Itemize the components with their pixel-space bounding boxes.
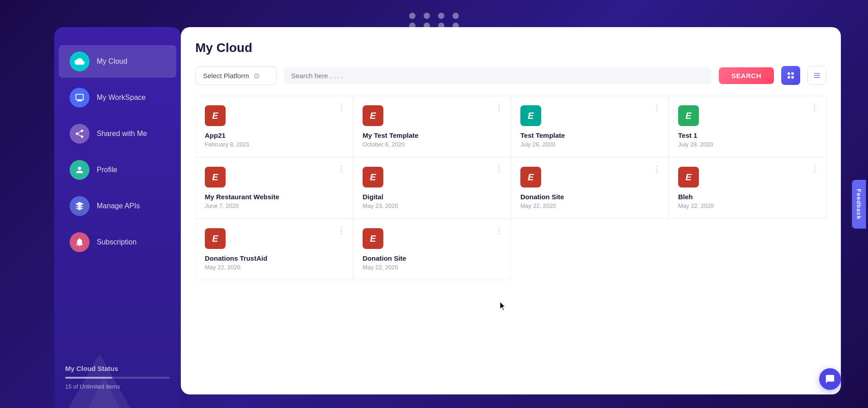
card-title: Donation Site	[520, 193, 659, 201]
card-date: February 8, 2021	[205, 141, 344, 148]
sidebar-item-my-cloud-label: My Cloud	[97, 57, 127, 66]
card-icon: E	[205, 228, 226, 249]
sidebar-item-profile-label: Profile	[97, 166, 117, 174]
sidebar: My Cloud My WorkSpace Shared with Me Pro…	[54, 27, 181, 408]
card-icon: E	[205, 167, 226, 188]
elementor-e-icon: E	[528, 172, 533, 183]
card-title: Test 1	[678, 131, 817, 139]
card-item[interactable]: ⋮ E Donation Site May 22, 2020	[353, 219, 511, 280]
elementor-e-icon: E	[212, 172, 218, 183]
svg-rect-0	[788, 72, 790, 75]
elementor-e-icon: E	[370, 172, 376, 183]
card-menu-icon[interactable]: ⋮	[653, 103, 661, 112]
card-date: October 6, 2020	[363, 141, 501, 148]
card-title: Test Template	[520, 131, 659, 139]
card-icon: E	[205, 105, 226, 126]
toolbar: Select Platform ⊙ SEARCH	[195, 66, 826, 85]
sidebar-decorations	[54, 336, 181, 408]
elementor-e-icon: E	[212, 111, 218, 121]
card-menu-icon[interactable]: ⋮	[495, 165, 503, 173]
card-date: May 22, 2020	[520, 202, 659, 209]
card-menu-icon[interactable]: ⋮	[811, 165, 819, 173]
platform-select[interactable]: Select Platform ⊙	[195, 66, 277, 85]
sidebar-item-subscription[interactable]: Subscription	[59, 226, 176, 258]
card-date: June 7, 2020	[205, 202, 344, 209]
svg-rect-3	[792, 76, 794, 79]
sidebar-item-my-cloud[interactable]: My Cloud	[59, 45, 176, 78]
elementor-e-icon: E	[370, 111, 376, 121]
subscription-icon	[70, 232, 90, 252]
elementor-e-icon: E	[685, 172, 691, 183]
card-menu-icon[interactable]: ⋮	[337, 226, 345, 234]
card-date: May 22, 2020	[678, 202, 817, 209]
svg-rect-6	[814, 77, 820, 78]
sidebar-item-subscription-label: Subscription	[97, 238, 137, 246]
card-item[interactable]: ⋮ E Digital May 23, 2020	[353, 157, 511, 219]
card-title: Digital	[363, 193, 501, 201]
card-title: Donations TrustAid	[205, 254, 344, 262]
card-icon: E	[678, 105, 699, 126]
search-button[interactable]: SEARCH	[719, 67, 774, 84]
cards-grid: ⋮ E App21 February 8, 2021 ⋮ E My Test T…	[195, 96, 826, 280]
chat-button[interactable]	[819, 368, 841, 390]
search-input[interactable]	[291, 72, 704, 80]
card-date: July 28, 2020	[678, 141, 817, 148]
card-date: May 23, 2020	[363, 202, 501, 209]
search-wrap	[284, 67, 712, 84]
card-icon: E	[363, 167, 383, 188]
card-item[interactable]: ⋮ E My Restaurant Website June 7, 2020	[195, 157, 353, 219]
shared-with-me-icon	[70, 124, 90, 144]
elementor-e-icon: E	[685, 111, 691, 121]
my-workspace-icon	[70, 88, 90, 108]
sidebar-item-my-workspace-label: My WorkSpace	[97, 94, 146, 102]
profile-icon	[70, 160, 90, 180]
card-item[interactable]: ⋮ E Donation Site May 22, 2020	[511, 157, 669, 219]
card-icon: E	[520, 167, 541, 188]
main-content: My Cloud Select Platform ⊙ SEARCH	[181, 27, 841, 394]
manage-apis-icon	[70, 196, 90, 216]
feedback-tab[interactable]: Feedback	[852, 180, 866, 229]
card-title: My Restaurant Website	[205, 193, 344, 201]
top-dots-row1	[409, 13, 459, 19]
svg-rect-2	[788, 76, 790, 79]
card-title: Bleh	[678, 193, 817, 201]
platform-select-label: Select Platform	[203, 72, 249, 80]
card-item[interactable]: ⋮ E Test Template July 28, 2020	[511, 96, 669, 157]
card-icon: E	[363, 228, 383, 249]
sidebar-nav: My Cloud My WorkSpace Shared with Me Pro…	[54, 41, 181, 356]
card-item[interactable]: ⋮ E Test 1 July 28, 2020	[669, 96, 826, 157]
card-menu-icon[interactable]: ⋮	[337, 103, 345, 112]
sidebar-item-my-workspace[interactable]: My WorkSpace	[59, 81, 176, 114]
sidebar-item-profile[interactable]: Profile	[59, 154, 176, 186]
card-date: May 22, 2020	[205, 264, 344, 271]
card-title: App21	[205, 131, 344, 139]
card-menu-icon[interactable]: ⋮	[495, 103, 503, 112]
list-view-button[interactable]	[807, 66, 826, 85]
card-icon: E	[363, 105, 383, 126]
card-menu-icon[interactable]: ⋮	[495, 226, 503, 234]
card-item[interactable]: ⋮ E App21 February 8, 2021	[195, 96, 353, 157]
sidebar-item-shared-with-me[interactable]: Shared with Me	[59, 117, 176, 150]
card-menu-icon[interactable]: ⋮	[811, 103, 819, 112]
elementor-e-icon: E	[212, 234, 218, 244]
page-title: My Cloud	[195, 41, 826, 55]
chevron-down-icon: ⊙	[254, 71, 259, 80]
grid-view-button[interactable]	[781, 66, 800, 85]
card-item[interactable]: ⋮ E Donations TrustAid May 22, 2020	[195, 219, 353, 280]
card-item[interactable]: ⋮ E Bleh May 22, 2020	[669, 157, 826, 219]
svg-rect-5	[814, 75, 820, 76]
my-cloud-icon	[70, 52, 90, 71]
svg-rect-4	[814, 73, 820, 74]
svg-rect-1	[792, 72, 794, 75]
sidebar-item-manage-apis[interactable]: Manage APIs	[59, 190, 176, 222]
card-item[interactable]: ⋮ E My Test Template October 6, 2020	[353, 96, 511, 157]
sidebar-item-shared-with-me-label: Shared with Me	[97, 130, 147, 138]
card-menu-icon[interactable]: ⋮	[337, 165, 345, 173]
card-date: May 22, 2020	[363, 264, 501, 271]
elementor-e-icon: E	[370, 234, 376, 244]
card-icon: E	[520, 105, 541, 126]
sidebar-item-manage-apis-label: Manage APIs	[97, 202, 140, 210]
elementor-e-icon: E	[528, 111, 533, 121]
card-icon: E	[678, 167, 699, 188]
card-menu-icon[interactable]: ⋮	[653, 165, 661, 173]
